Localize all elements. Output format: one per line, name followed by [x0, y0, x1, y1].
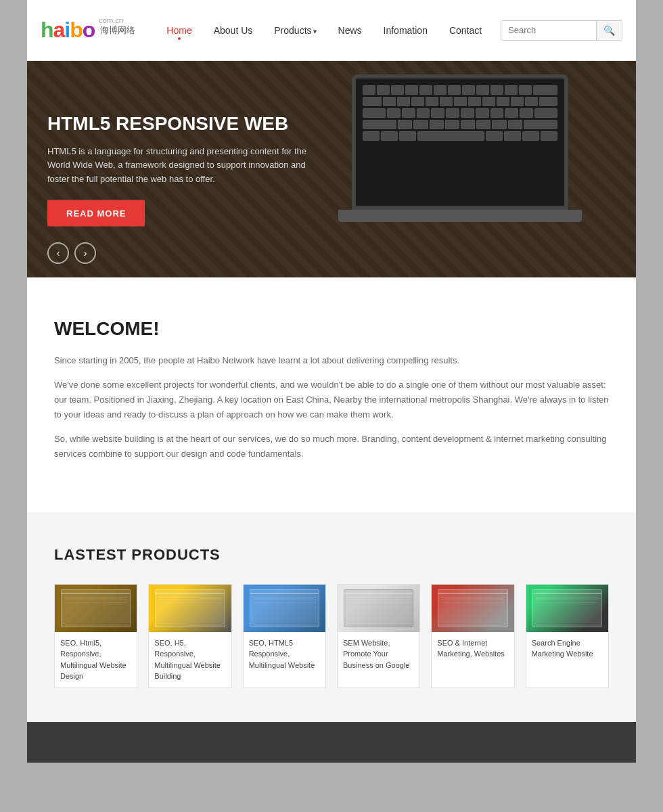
slider-prev-button[interactable]: ‹ — [47, 242, 69, 264]
product-label-1: SEO, Html5, Responsive, Multilingual Web… — [55, 632, 137, 687]
product-card-5[interactable]: SEO & Internet Marketing, Websites — [431, 584, 514, 688]
welcome-paragraph-3: So, while website building is at the hea… — [54, 432, 609, 461]
laptop-illustration — [325, 74, 595, 264]
search-box: 🔍 — [501, 20, 622, 41]
product-label-3: SEO, HTML5 Responsive, Multilingual Webs… — [244, 632, 325, 677]
products-section-title: LASTEST PRODUCTS — [54, 546, 609, 564]
slider-next-button[interactable]: › — [74, 242, 96, 264]
welcome-section: WELCOME! Since starting in 2005, the peo… — [27, 277, 636, 512]
read-more-button[interactable]: READ MORE — [47, 200, 145, 226]
logo-letter-a: a — [53, 18, 65, 42]
logo-letter-o: o — [83, 18, 95, 42]
nav-item-products[interactable]: Products — [263, 20, 327, 41]
product-label-5: SEO & Internet Marketing, Websites — [432, 632, 513, 665]
product-card-2[interactable]: SEO, H5, Responsive, Multilingual Websit… — [148, 584, 231, 688]
search-button[interactable]: 🔍 — [596, 21, 622, 40]
logo-letter-h: h — [41, 18, 53, 42]
product-card-3[interactable]: SEO, HTML5 Responsive, Multilingual Webs… — [243, 584, 326, 688]
product-card-6[interactable]: Search Engine Marketing Website — [526, 584, 609, 688]
hero-content: HTML5 RESPONSIVE WEB HTML5 is a language… — [47, 112, 318, 227]
main-nav: Home About Us Products News Infomation C… — [156, 20, 622, 41]
logo-letter-b: b — [70, 18, 83, 42]
slider-controls: ‹ › — [47, 242, 96, 264]
welcome-title: WELCOME! — [54, 318, 609, 340]
hero-description: HTML5 is a language for structuring and … — [47, 144, 318, 186]
logo-com-cn: com.cn — [99, 17, 135, 24]
welcome-paragraph-1: Since starting in 2005, the people at Ha… — [54, 353, 609, 368]
footer — [27, 722, 636, 763]
hero-banner: HTML5 RESPONSIVE WEB HTML5 is a language… — [27, 61, 636, 277]
product-thumb-1 — [55, 585, 137, 632]
welcome-paragraph-2: We've done some excellent projects for w… — [54, 378, 609, 422]
logo-chinese: 海博网络 — [100, 24, 135, 37]
nav-item-contact[interactable]: Contact — [438, 20, 493, 41]
products-section: LASTEST PRODUCTS SEO, Html5, Responsive,… — [27, 512, 636, 722]
product-thumb-3 — [244, 585, 325, 632]
product-label-4: SEM Website, Promote Your Business on Go… — [338, 632, 419, 677]
search-input[interactable] — [501, 21, 596, 39]
product-label-2: SEO, H5, Responsive, Multilingual Websit… — [149, 632, 231, 687]
product-thumb-5 — [432, 585, 513, 632]
product-card-1[interactable]: SEO, Html5, Responsive, Multilingual Web… — [54, 584, 137, 688]
product-label-6: Search Engine Marketing Website — [526, 632, 608, 665]
hero-title: HTML5 RESPONSIVE WEB — [47, 112, 318, 135]
products-grid: SEO, Html5, Responsive, Multilingual Web… — [54, 584, 609, 688]
nav-item-home[interactable]: Home — [156, 20, 202, 41]
product-thumb-2 — [149, 585, 231, 632]
product-card-4[interactable]: SEM Website, Promote Your Business on Go… — [337, 584, 420, 688]
product-thumb-4 — [338, 585, 419, 632]
header: haibo com.cn 海博网络 Home About Us Products… — [27, 0, 636, 61]
product-thumb-6 — [526, 585, 608, 632]
nav-item-infomation[interactable]: Infomation — [373, 20, 438, 41]
nav-item-news[interactable]: News — [327, 20, 373, 41]
logo[interactable]: haibo com.cn 海博网络 — [41, 18, 135, 43]
nav-item-about[interactable]: About Us — [203, 20, 264, 41]
